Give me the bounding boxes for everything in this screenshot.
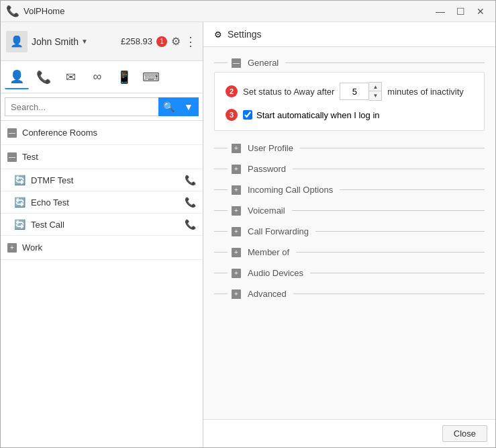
avatar: 👤 <box>6 31 28 52</box>
minimize-button[interactable]: — <box>431 5 450 18</box>
spinner-up-button[interactable]: ▲ <box>369 83 381 91</box>
call-icon[interactable]: 📞 <box>185 197 196 208</box>
away-minutes-spinner[interactable]: 5 ▲ ▼ <box>340 82 382 101</box>
close-settings-button[interactable]: Close <box>442 425 487 442</box>
group-label: Test <box>22 152 38 162</box>
group-conference-rooms[interactable]: — Conference Rooms <box>1 121 203 145</box>
auto-start-row: 3 Start automatically when I log in <box>226 109 473 121</box>
section-label: Member of <box>245 247 292 257</box>
tab-bar: 👤 📞 ✉ ∞ 📱 ⌨ <box>1 61 203 93</box>
tab-messages[interactable]: ✉ <box>58 65 83 89</box>
general-content: 2 Set status to Away after 5 ▲ ▼ minutes… <box>214 72 485 131</box>
auto-start-label[interactable]: Start automatically when I log in <box>243 110 380 120</box>
section-expand-icon: + <box>232 165 241 174</box>
section-expand-icon: + <box>232 227 241 236</box>
avatar-icon: 👤 <box>10 35 23 48</box>
section-member-of[interactable]: + Member of <box>214 242 485 263</box>
section-line-right <box>310 273 485 273</box>
tab-calls[interactable]: 📞 <box>32 65 56 89</box>
section-advanced[interactable]: + Advanced <box>214 283 485 304</box>
close-window-button[interactable]: ✕ <box>471 5 490 18</box>
more-options-button[interactable]: ⋮ <box>185 34 197 49</box>
contact-voip-icon: 🔄 <box>14 197 26 208</box>
section-label: User Profile <box>245 143 296 153</box>
section-incoming-call-options[interactable]: + Incoming Call Options <box>214 179 485 200</box>
away-status-row: 2 Set status to Away after 5 ▲ ▼ minutes… <box>226 82 473 101</box>
contact-name: Echo Test <box>31 197 179 208</box>
search-input[interactable] <box>5 97 158 116</box>
section-label: Call Forwarding <box>245 226 311 236</box>
section-label: Audio Devices <box>245 268 306 278</box>
call-icon[interactable]: 📞 <box>185 175 196 185</box>
filter-button[interactable]: ▼ <box>179 97 199 116</box>
group-label: Work <box>22 242 42 253</box>
left-panel: 👤 John Smith ▼ £258.93 1 ⚙ ⋮ 👤 📞 ✉ ∞ 📱 ⌨ <box>1 22 203 447</box>
section-label: Password <box>245 164 289 174</box>
section-expand-icon: + <box>232 269 241 278</box>
settings-gear-button[interactable]: ⚙ <box>171 35 181 48</box>
section-general: — General 2 Set status to Away after 5 <box>214 58 485 131</box>
call-icon[interactable]: 📞 <box>185 219 196 230</box>
contact-voip-icon: 🔄 <box>14 175 26 185</box>
section-line-right <box>285 62 485 63</box>
section-password[interactable]: + Password <box>214 159 485 179</box>
section-line-left <box>214 148 228 148</box>
section-line-right <box>300 148 485 148</box>
group-collapse-icon: — <box>7 128 17 138</box>
section-line-right <box>315 231 485 232</box>
section-label: Voicemail <box>245 206 288 216</box>
contact-voip-icon: 🔄 <box>14 219 26 230</box>
notification-badge: 1 <box>156 36 167 47</box>
section-line-left <box>214 169 228 169</box>
window-controls: — ☐ ✕ <box>431 5 490 18</box>
user-dropdown-arrow: ▼ <box>81 38 88 45</box>
section-expand-icon: + <box>232 144 241 153</box>
app-icon: 📞 <box>6 5 19 17</box>
away-label: Set status to Away after <box>243 87 334 97</box>
main-window: 📞 VolPHome — ☐ ✕ 👤 John Smith ▼ £258.93 … <box>0 0 496 448</box>
settings-gear-icon: ⚙ <box>214 30 222 40</box>
list-item[interactable]: 🔄 DTMF Test 📞 <box>1 169 203 191</box>
search-button[interactable]: 🔍 <box>158 97 179 116</box>
spinner-down-button[interactable]: ▼ <box>369 91 381 100</box>
user-balance: £258.93 <box>121 36 152 46</box>
maximize-button[interactable]: ☐ <box>451 5 470 18</box>
tab-voicemail[interactable]: ∞ <box>85 65 109 89</box>
section-audio-devices[interactable]: + Audio Devices <box>214 263 485 283</box>
list-item[interactable]: 🔄 Test Call 📞 <box>1 214 203 236</box>
section-expand-icon: + <box>232 185 241 195</box>
section-user-profile[interactable]: + User Profile <box>214 138 485 159</box>
section-general-header[interactable]: — General <box>214 58 485 68</box>
auto-start-badge: 3 <box>226 109 238 121</box>
section-call-forwarding[interactable]: + Call Forwarding <box>214 221 485 242</box>
section-line-right <box>293 169 485 169</box>
contact-name: Test Call <box>31 220 179 230</box>
auto-start-text: Start automatically when I log in <box>256 110 380 120</box>
section-line-right <box>340 189 485 190</box>
section-line-left <box>214 62 228 63</box>
section-line-left <box>214 294 228 294</box>
auto-start-checkbox[interactable] <box>243 110 252 120</box>
section-line-right <box>296 252 485 253</box>
section-voicemail[interactable]: + Voicemail <box>214 200 485 221</box>
tab-contacts[interactable]: 👤 <box>5 65 29 89</box>
contact-name: DTMF Test <box>31 175 179 185</box>
section-expand-icon: + <box>232 206 241 216</box>
list-item[interactable]: 🔄 Echo Test 📞 <box>1 191 203 214</box>
section-line-left <box>214 210 228 211</box>
search-bar: 🔍 ▼ <box>1 93 203 121</box>
spinner-value: 5 <box>340 83 369 100</box>
settings-content: — General 2 Set status to Away after 5 <box>203 47 495 419</box>
main-layout: 👤 John Smith ▼ £258.93 1 ⚙ ⋮ 👤 📞 ✉ ∞ 📱 ⌨ <box>1 22 495 447</box>
section-label: Incoming Call Options <box>245 185 336 195</box>
section-line-right <box>292 210 485 211</box>
group-test[interactable]: — Test <box>1 145 203 169</box>
section-line-left <box>214 273 228 273</box>
section-line-left <box>214 189 228 190</box>
group-work[interactable]: + Work <box>1 236 203 260</box>
right-panel: ⚙ Settings — General 2 <box>203 22 495 447</box>
user-name-display[interactable]: John Smith ▼ <box>32 36 117 47</box>
tab-mobile[interactable]: 📱 <box>112 65 136 89</box>
section-line-left <box>214 231 228 232</box>
tab-dialpad[interactable]: ⌨ <box>139 65 163 89</box>
